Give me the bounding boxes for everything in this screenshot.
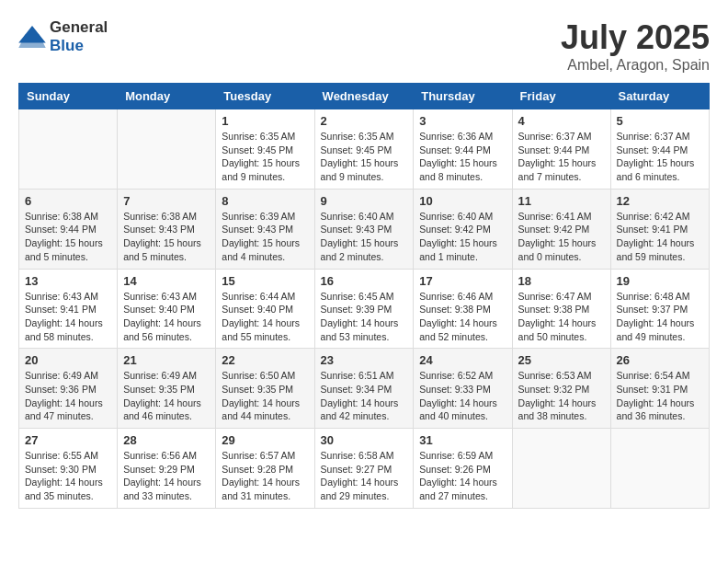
weekday-header-saturday: Saturday — [610, 84, 709, 109]
day-number: 5 — [617, 114, 703, 128]
calendar-cell: 25Sunrise: 6:53 AMSunset: 9:32 PMDayligh… — [512, 349, 610, 429]
day-info: Sunrise: 6:43 AMSunset: 9:41 PMDaylight:… — [25, 290, 111, 344]
day-number: 21 — [123, 353, 210, 367]
calendar-cell: 30Sunrise: 6:58 AMSunset: 9:27 PMDayligh… — [314, 429, 414, 509]
day-number: 15 — [222, 274, 308, 288]
logo-icon — [18, 26, 46, 48]
day-info: Sunrise: 6:37 AMSunset: 9:44 PMDaylight:… — [518, 130, 605, 184]
day-info: Sunrise: 6:50 AMSunset: 9:35 PMDaylight:… — [222, 369, 308, 423]
day-number: 25 — [518, 353, 605, 367]
calendar-cell: 5Sunrise: 6:37 AMSunset: 9:44 PMDaylight… — [610, 109, 709, 190]
day-number: 1 — [222, 114, 308, 128]
day-info: Sunrise: 6:56 AMSunset: 9:29 PMDaylight:… — [123, 449, 210, 503]
calendar-week-row: 20Sunrise: 6:49 AMSunset: 9:36 PMDayligh… — [19, 349, 710, 429]
day-info: Sunrise: 6:49 AMSunset: 9:36 PMDaylight:… — [25, 369, 111, 423]
day-info: Sunrise: 6:55 AMSunset: 9:30 PMDaylight:… — [25, 449, 111, 503]
calendar-cell — [118, 109, 216, 190]
day-info: Sunrise: 6:59 AMSunset: 9:26 PMDaylight:… — [419, 449, 506, 503]
calendar-cell: 10Sunrise: 6:40 AMSunset: 9:42 PMDayligh… — [414, 189, 512, 269]
calendar-cell — [512, 429, 610, 509]
day-number: 31 — [419, 433, 506, 447]
calendar-cell: 26Sunrise: 6:54 AMSunset: 9:31 PMDayligh… — [610, 349, 709, 429]
day-info: Sunrise: 6:49 AMSunset: 9:35 PMDaylight:… — [123, 369, 210, 423]
day-info: Sunrise: 6:42 AMSunset: 9:41 PMDaylight:… — [617, 210, 703, 264]
page-header: General Blue July 2025 Ambel, Aragon, Sp… — [18, 18, 710, 74]
day-info: Sunrise: 6:35 AMSunset: 9:45 PMDaylight:… — [321, 130, 408, 184]
calendar-cell: 12Sunrise: 6:42 AMSunset: 9:41 PMDayligh… — [610, 189, 709, 269]
day-number: 8 — [222, 194, 308, 208]
calendar-cell: 3Sunrise: 6:36 AMSunset: 9:44 PMDaylight… — [414, 109, 512, 190]
day-number: 19 — [617, 274, 703, 288]
weekday-header-tuesday: Tuesday — [216, 84, 314, 109]
calendar-cell: 4Sunrise: 6:37 AMSunset: 9:44 PMDaylight… — [512, 109, 610, 190]
day-info: Sunrise: 6:38 AMSunset: 9:43 PMDaylight:… — [123, 210, 210, 264]
calendar-cell: 18Sunrise: 6:47 AMSunset: 9:38 PMDayligh… — [512, 269, 610, 349]
day-number: 12 — [617, 194, 703, 208]
weekday-header-sunday: Sunday — [19, 84, 118, 109]
day-number: 22 — [222, 353, 308, 367]
calendar-cell — [19, 109, 118, 190]
day-info: Sunrise: 6:36 AMSunset: 9:44 PMDaylight:… — [419, 130, 506, 184]
day-number: 4 — [518, 114, 605, 128]
calendar-week-row: 1Sunrise: 6:35 AMSunset: 9:45 PMDaylight… — [19, 109, 710, 190]
day-info: Sunrise: 6:53 AMSunset: 9:32 PMDaylight:… — [518, 369, 605, 423]
day-number: 29 — [222, 433, 308, 447]
day-number: 7 — [123, 194, 210, 208]
day-info: Sunrise: 6:51 AMSunset: 9:34 PMDaylight:… — [321, 369, 408, 423]
logo: General Blue — [18, 18, 108, 55]
day-info: Sunrise: 6:41 AMSunset: 9:42 PMDaylight:… — [518, 210, 605, 264]
weekday-header-friday: Friday — [512, 84, 610, 109]
calendar-cell: 16Sunrise: 6:45 AMSunset: 9:39 PMDayligh… — [314, 269, 414, 349]
calendar-table: SundayMondayTuesdayWednesdayThursdayFrid… — [18, 83, 710, 509]
calendar-week-row: 27Sunrise: 6:55 AMSunset: 9:30 PMDayligh… — [19, 429, 710, 509]
day-info: Sunrise: 6:54 AMSunset: 9:31 PMDaylight:… — [617, 369, 703, 423]
day-number: 27 — [25, 433, 111, 447]
calendar-cell: 29Sunrise: 6:57 AMSunset: 9:28 PMDayligh… — [216, 429, 314, 509]
day-info: Sunrise: 6:52 AMSunset: 9:33 PMDaylight:… — [419, 369, 506, 423]
day-number: 16 — [321, 274, 408, 288]
calendar-cell: 19Sunrise: 6:48 AMSunset: 9:37 PMDayligh… — [610, 269, 709, 349]
day-info: Sunrise: 6:40 AMSunset: 9:42 PMDaylight:… — [419, 210, 506, 264]
calendar-cell: 28Sunrise: 6:56 AMSunset: 9:29 PMDayligh… — [118, 429, 216, 509]
calendar-cell: 1Sunrise: 6:35 AMSunset: 9:45 PMDaylight… — [216, 109, 314, 190]
calendar-week-row: 6Sunrise: 6:38 AMSunset: 9:44 PMDaylight… — [19, 189, 710, 269]
calendar-cell: 27Sunrise: 6:55 AMSunset: 9:30 PMDayligh… — [19, 429, 118, 509]
calendar-cell: 15Sunrise: 6:44 AMSunset: 9:40 PMDayligh… — [216, 269, 314, 349]
day-number: 10 — [419, 194, 506, 208]
day-info: Sunrise: 6:43 AMSunset: 9:40 PMDaylight:… — [123, 290, 210, 344]
day-number: 23 — [321, 353, 408, 367]
location-subtitle: Ambel, Aragon, Spain — [561, 57, 710, 74]
day-number: 24 — [419, 353, 506, 367]
day-info: Sunrise: 6:38 AMSunset: 9:44 PMDaylight:… — [25, 210, 111, 264]
weekday-header-monday: Monday — [118, 84, 216, 109]
weekday-header-row: SundayMondayTuesdayWednesdayThursdayFrid… — [19, 84, 710, 109]
calendar-cell: 21Sunrise: 6:49 AMSunset: 9:35 PMDayligh… — [118, 349, 216, 429]
calendar-cell: 17Sunrise: 6:46 AMSunset: 9:38 PMDayligh… — [414, 269, 512, 349]
day-info: Sunrise: 6:46 AMSunset: 9:38 PMDaylight:… — [419, 290, 506, 344]
day-info: Sunrise: 6:57 AMSunset: 9:28 PMDaylight:… — [222, 449, 308, 503]
calendar-cell: 7Sunrise: 6:38 AMSunset: 9:43 PMDaylight… — [118, 189, 216, 269]
calendar-cell: 14Sunrise: 6:43 AMSunset: 9:40 PMDayligh… — [118, 269, 216, 349]
calendar-cell: 23Sunrise: 6:51 AMSunset: 9:34 PMDayligh… — [314, 349, 414, 429]
calendar-cell: 6Sunrise: 6:38 AMSunset: 9:44 PMDaylight… — [19, 189, 118, 269]
weekday-header-wednesday: Wednesday — [314, 84, 414, 109]
calendar-week-row: 13Sunrise: 6:43 AMSunset: 9:41 PMDayligh… — [19, 269, 710, 349]
day-number: 18 — [518, 274, 605, 288]
calendar-cell: 24Sunrise: 6:52 AMSunset: 9:33 PMDayligh… — [414, 349, 512, 429]
calendar-cell: 9Sunrise: 6:40 AMSunset: 9:43 PMDaylight… — [314, 189, 414, 269]
day-info: Sunrise: 6:45 AMSunset: 9:39 PMDaylight:… — [321, 290, 408, 344]
logo-blue-text: Blue — [50, 37, 84, 54]
day-number: 9 — [321, 194, 408, 208]
day-info: Sunrise: 6:37 AMSunset: 9:44 PMDaylight:… — [617, 130, 703, 184]
weekday-header-thursday: Thursday — [414, 84, 512, 109]
day-number: 11 — [518, 194, 605, 208]
day-number: 28 — [123, 433, 210, 447]
day-number: 3 — [419, 114, 506, 128]
day-info: Sunrise: 6:40 AMSunset: 9:43 PMDaylight:… — [321, 210, 408, 264]
day-info: Sunrise: 6:44 AMSunset: 9:40 PMDaylight:… — [222, 290, 308, 344]
day-number: 14 — [123, 274, 210, 288]
title-area: July 2025 Ambel, Aragon, Spain — [561, 18, 710, 74]
month-year-title: July 2025 — [561, 18, 710, 57]
day-info: Sunrise: 6:39 AMSunset: 9:43 PMDaylight:… — [222, 210, 308, 264]
day-info: Sunrise: 6:48 AMSunset: 9:37 PMDaylight:… — [617, 290, 703, 344]
